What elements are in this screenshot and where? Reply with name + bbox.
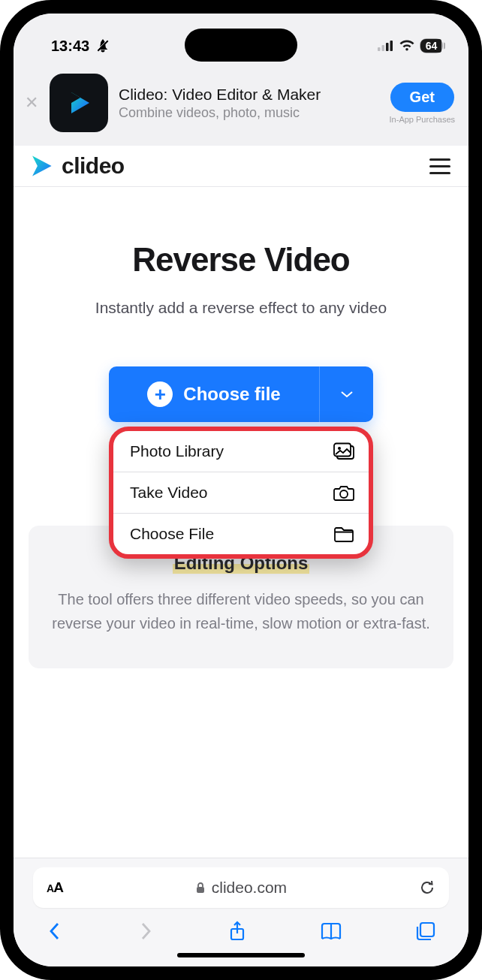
safari-toolbar (33, 908, 449, 945)
battery-level: 64 (420, 39, 441, 53)
chevron-down-icon (339, 390, 354, 399)
hero: Reverse Video Instantly add a reverse ef… (14, 187, 468, 336)
text-size-icon[interactable]: AA (47, 879, 63, 896)
menu-item-label: Take Video (130, 484, 208, 502)
folder-icon (333, 525, 355, 543)
file-source-menu: Photo Library Take Video (109, 427, 373, 559)
page-content: Reverse Video Instantly add a reverse ef… (14, 187, 468, 858)
share-icon[interactable] (227, 920, 248, 942)
app-icon (50, 74, 108, 132)
wifi-icon (399, 40, 415, 52)
address-bar[interactable]: AA clideo.com (33, 867, 449, 908)
forward-icon (136, 921, 155, 942)
camera-icon (333, 484, 355, 502)
svg-point-8 (338, 447, 341, 450)
svg-point-9 (340, 490, 348, 498)
choose-file-button[interactable]: + Choose file (109, 366, 373, 422)
svg-rect-2 (378, 47, 381, 51)
battery-icon: 64 (420, 38, 443, 53)
svg-rect-14 (420, 923, 434, 936)
get-button[interactable]: Get (390, 83, 454, 112)
bookmarks-icon[interactable] (319, 921, 343, 942)
choose-dropdown-toggle[interactable] (319, 366, 373, 422)
menu-item-label: Choose File (130, 525, 214, 543)
banner-close-icon[interactable]: ✕ (24, 93, 39, 113)
silent-icon (95, 38, 110, 53)
app-info: Clideo: Video Editor & Maker Combine vid… (119, 86, 379, 121)
safari-chrome: AA clideo.com (14, 858, 468, 966)
phone-frame: 13:43 (0, 0, 482, 980)
site-header: clideo (14, 146, 468, 187)
tabs-icon[interactable] (414, 921, 437, 942)
status-time: 13:43 (51, 38, 89, 55)
menu-item-photo-library[interactable]: Photo Library (113, 431, 369, 472)
brand-name: clideo (62, 153, 125, 179)
photo-library-icon (333, 442, 355, 460)
choose-file-label: Choose file (183, 384, 280, 405)
smart-app-banner: ✕ Clideo: Video Editor & Maker Combine v… (14, 63, 468, 146)
menu-item-label: Photo Library (130, 442, 224, 460)
page-title: Reverse Video (32, 241, 450, 279)
menu-item-choose-file[interactable]: Choose File (113, 513, 369, 554)
menu-icon[interactable] (429, 158, 450, 174)
svg-rect-3 (382, 45, 385, 51)
reload-icon[interactable] (419, 879, 435, 896)
app-subtitle: Combine videos, photo, music (119, 105, 379, 121)
cellular-icon (378, 41, 394, 51)
url-domain: clideo.com (212, 879, 287, 897)
plus-icon: + (147, 381, 173, 407)
svg-rect-11 (197, 887, 204, 893)
lock-icon (195, 882, 206, 894)
brand-logo-icon (29, 153, 54, 179)
card-body: The tool offers three different video sp… (50, 587, 432, 635)
dynamic-island (185, 29, 297, 62)
screen: 13:43 (14, 14, 468, 966)
page-subtitle: Instantly add a reverse effect to any vi… (32, 297, 450, 318)
home-indicator[interactable] (177, 953, 305, 957)
svg-rect-5 (390, 41, 393, 51)
back-icon[interactable] (45, 921, 65, 942)
brand[interactable]: clideo (29, 153, 125, 179)
in-app-purchases-label: In-App Purchases (390, 115, 455, 124)
menu-item-take-video[interactable]: Take Video (113, 472, 369, 513)
svg-rect-4 (386, 43, 389, 51)
app-title: Clideo: Video Editor & Maker (119, 86, 379, 104)
